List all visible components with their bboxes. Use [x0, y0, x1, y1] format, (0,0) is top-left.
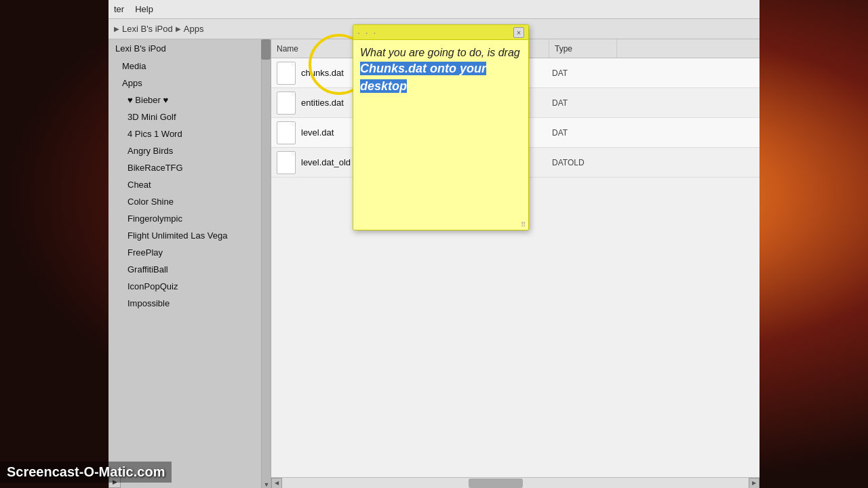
breadcrumb-arrow-2: ▶ — [176, 25, 181, 33]
sidebar-item-iconpopquiz[interactable]: IconPopQuiz — [108, 278, 261, 295]
file-type: DAT — [552, 98, 568, 108]
sidebar-item-bieber[interactable]: ♥ Bieber ♥ — [108, 92, 261, 108]
sidebar-item-4pics1word[interactable]: 4 Pics 1 Word — [108, 125, 261, 142]
note-text-plain: What you are going to do, is drag — [360, 47, 520, 58]
note-close-button[interactable]: × — [513, 27, 524, 38]
scroll-thumb[interactable] — [469, 479, 523, 488]
sidebar-scroll-thumb[interactable] — [261, 39, 271, 60]
file-icon — [277, 62, 296, 85]
note-resize-handle[interactable]: ⠿ — [521, 221, 526, 228]
breadcrumb-arrow-1: ▶ — [114, 25, 119, 33]
sidebar-item-angry-birds[interactable]: Angry Birds — [108, 142, 261, 159]
file-type: DATOLD — [552, 158, 585, 167]
scroll-track[interactable] — [282, 478, 749, 489]
sidebar-scrollbar[interactable]: ▲ ▼ — [261, 39, 271, 488]
breadcrumb-apps[interactable]: Apps — [184, 24, 204, 34]
scroll-right-arrow[interactable]: ▶ — [749, 478, 760, 489]
sidebar-content: Lexi B's iPod Media Apps ♥ Bieber ♥ 3D M… — [108, 39, 271, 488]
note-title-bar: · · · × — [353, 25, 528, 40]
sidebar-item-color-shine[interactable]: Color Shine — [108, 193, 261, 210]
file-type: DAT — [552, 128, 568, 138]
sidebar-item-graffitiball[interactable]: GraffitiBall — [108, 261, 261, 278]
sidebar-section-ipod: Lexi B's iPod — [108, 39, 261, 58]
scroll-left-arrow[interactable]: ◀ — [271, 478, 282, 489]
note-popup: · · · × What you are going to do, is dra… — [353, 24, 529, 230]
sidebar-item-freeplay[interactable]: FreePlay — [108, 244, 261, 261]
sidebar-scroll-down[interactable]: ▼ — [262, 481, 271, 488]
col-header-type: Type — [549, 39, 617, 58]
sidebar-item-media[interactable]: Media — [108, 58, 261, 75]
screencast-watermark: Screencast-O-Matic.com — [0, 462, 172, 483]
sidebar: Lexi B's iPod Media Apps ♥ Bieber ♥ 3D M… — [108, 39, 271, 488]
sidebar-item-3d-mini-golf[interactable]: 3D Mini Golf — [108, 108, 261, 125]
sidebar-item-bikeracetfg[interactable]: BikeRaceTFG — [108, 159, 261, 176]
breadcrumb-ipod[interactable]: Lexi B's iPod — [122, 24, 173, 34]
note-body: What you are going to do, is drag Chunks… — [353, 40, 528, 230]
note-text-highlighted: Chunks.dat onto your desktop — [360, 62, 486, 92]
file-icon — [277, 92, 296, 115]
file-type: DAT — [552, 68, 568, 78]
menu-item-ter[interactable]: ter — [114, 4, 124, 14]
file-icon — [277, 151, 296, 174]
note-dots: · · · — [357, 27, 377, 38]
menu-bar: ter Help — [108, 0, 760, 19]
menu-item-help[interactable]: Help — [135, 4, 153, 14]
sidebar-item-cheat[interactable]: Cheat — [108, 176, 261, 193]
sidebar-item-flight-unlimited[interactable]: Flight Unlimited Las Vega — [108, 227, 261, 244]
file-icon — [277, 121, 296, 144]
sidebar-item-impossible[interactable]: Impossible — [108, 295, 261, 312]
bottom-scrollbar[interactable]: ◀ ▶ — [271, 477, 760, 488]
sidebar-item-fingerolympic[interactable]: Fingerolympic — [108, 210, 261, 227]
sidebar-item-apps[interactable]: Apps — [108, 75, 261, 92]
